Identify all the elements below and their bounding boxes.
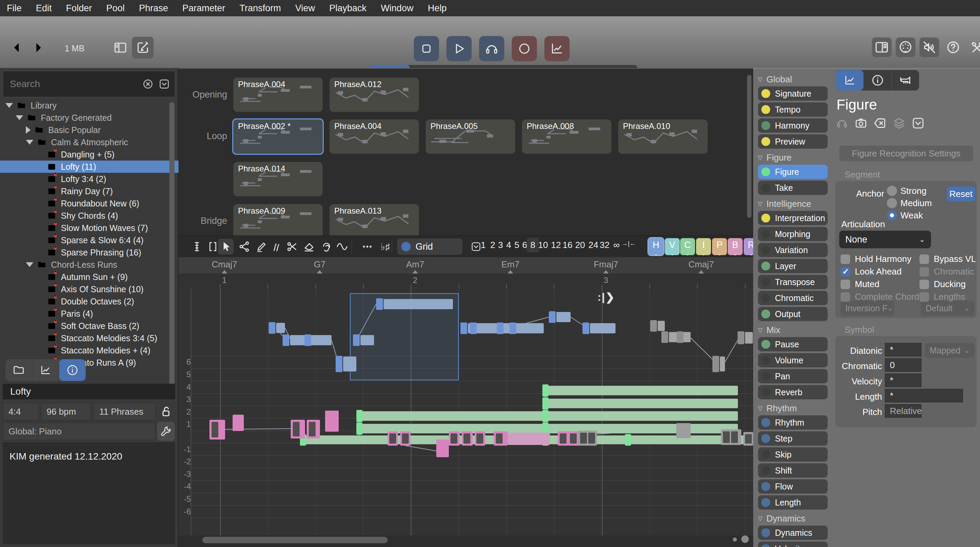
record-button[interactable] [512, 36, 537, 61]
tempo-field[interactable]: 96 bpm [41, 403, 91, 421]
figure-recognition-settings-button[interactable]: Figure Recognition Settings [839, 145, 973, 161]
param-output[interactable]: Output [758, 307, 828, 321]
param-figure[interactable]: Figure [758, 165, 828, 179]
tree-item-roundabout-new-6-[interactable]: Roundabout New (6) [0, 197, 178, 209]
note-pink[interactable] [210, 420, 225, 440]
note-pink[interactable] [232, 415, 244, 431]
sound-field[interactable]: Global: Piano [3, 423, 156, 440]
param-section-intelligence[interactable]: ▽Intelligence [758, 197, 832, 211]
tree-item-soft-octave-bass-2-[interactable]: Soft Octave Bass (2) [0, 320, 178, 332]
param-morphing[interactable]: Morphing [758, 227, 828, 241]
param-velocity[interactable]: Velocity [758, 542, 828, 547]
grid-dropdown[interactable]: Grid [397, 238, 463, 255]
figure-view-tab[interactable] [836, 70, 864, 91]
note-blue-head[interactable] [497, 322, 504, 334]
zoom-dot-large[interactable] [741, 536, 749, 543]
note-gray-head[interactable] [650, 320, 657, 332]
note-blue-head[interactable] [509, 322, 516, 334]
parameter-letter-i[interactable]: I⌄ [696, 238, 711, 255]
checkbox-bypass-vl[interactable] [920, 254, 929, 264]
note-pink[interactable] [325, 411, 339, 432]
note-green-head[interactable] [625, 434, 631, 446]
tree-item-sparse-phrasing-16-[interactable]: Sparse Phrasing (16) [0, 246, 178, 258]
note-gray[interactable] [658, 321, 665, 331]
tree-item-slow-motion-waves-7-[interactable]: Slow Motion Waves (7) [0, 222, 178, 234]
dots-tool[interactable]: ••• [360, 239, 375, 254]
note-blue[interactable] [276, 323, 285, 333]
tools-button[interactable] [967, 37, 980, 57]
layers-icon[interactable] [892, 116, 906, 130]
search-input[interactable] [3, 78, 142, 90]
menu-item-help[interactable]: Help [428, 3, 447, 14]
menu-item-edit[interactable]: Edit [36, 3, 52, 14]
param-signature[interactable]: Signature [758, 86, 828, 101]
info-tab[interactable] [59, 359, 86, 381]
anchor-radio-weak[interactable] [887, 210, 897, 220]
search-options-icon[interactable] [159, 78, 170, 90]
param-dynamics[interactable]: Dynamics [758, 526, 828, 540]
snap-button[interactable]: →|← [620, 240, 638, 247]
note-gray[interactable] [676, 423, 690, 438]
note-blue[interactable] [590, 323, 616, 333]
param-length[interactable]: Length [758, 495, 828, 510]
anchor-radio-medium[interactable] [887, 198, 897, 208]
note-pink[interactable] [494, 431, 508, 446]
note-pink[interactable] [307, 420, 320, 439]
play-button[interactable] [447, 36, 472, 61]
note-blue-head[interactable] [336, 356, 342, 372]
param-flow[interactable]: Flow [758, 479, 828, 494]
multidraw-tool[interactable] [269, 239, 284, 254]
audition-icon[interactable] [835, 116, 849, 130]
accidentals-tool[interactable]: ♭♯ [377, 239, 393, 254]
checkbox-muted[interactable] [841, 280, 850, 289]
division-20[interactable]: 20 [574, 240, 586, 250]
param-rhythm[interactable]: Rhythm [758, 415, 828, 430]
note-green-head[interactable] [356, 410, 363, 422]
param-section-global[interactable]: ▽Global [758, 72, 832, 86]
symbol-field-diatonic[interactable]: * [885, 343, 921, 357]
help-button[interactable] [943, 37, 963, 57]
phrase-card[interactable]: PhraseA.013 [329, 204, 419, 235]
note-green-head[interactable] [542, 410, 549, 422]
note-gray[interactable] [578, 431, 597, 446]
param-skip[interactable]: Skip [758, 447, 828, 462]
tree-item-autumn-sun-9-[interactable]: Autumn Sun + (9) [0, 271, 178, 283]
menu-item-playback[interactable]: Playback [329, 3, 367, 14]
menu-item-window[interactable]: Window [381, 3, 414, 14]
note-blue-head[interactable] [304, 334, 311, 346]
param-shift[interactable]: Shift [758, 463, 828, 478]
param-harmony[interactable]: Harmony [758, 118, 828, 133]
chord-symbol[interactable]: Em7 [501, 259, 519, 270]
zoom-dot-small[interactable] [733, 537, 737, 542]
menu-item-folder[interactable]: Folder [66, 3, 92, 14]
tree-item-factory-generated[interactable]: Factory Generated [0, 112, 178, 124]
chord-symbol[interactable]: Fmaj7 [594, 259, 618, 270]
param-reverb[interactable]: Reverb [758, 385, 828, 399]
note-gray-head[interactable] [661, 331, 668, 343]
unlock-icon[interactable] [159, 404, 173, 418]
signature-field[interactable]: 4:4 [3, 403, 38, 421]
sound-settings-button[interactable] [157, 422, 175, 441]
midi-button[interactable] [896, 37, 915, 57]
tree-item-sparse-slow-6-4-4-[interactable]: Sparse & Slow 6:4 (4) [0, 234, 178, 246]
monitor-button[interactable] [479, 36, 504, 61]
param-section-mix[interactable]: ▽Mix [758, 323, 832, 337]
note-blue[interactable] [383, 299, 453, 309]
note-gray[interactable] [720, 357, 725, 372]
note-gray-head[interactable] [677, 331, 684, 343]
tree-item-lofty-11-[interactable]: Lofty (11) [0, 161, 178, 173]
tree-item-lofty-3-4-2-[interactable]: Lofty 3:4 (2) [0, 173, 178, 185]
note-green-head[interactable] [542, 384, 549, 397]
param-volume[interactable]: Volume [758, 353, 828, 367]
tree-item-axis-of-sunshine-10-[interactable]: Axis Of Sunshine (10) [0, 283, 178, 295]
checkbox-look-ahead[interactable] [841, 267, 850, 277]
nav-back-icon[interactable] [10, 41, 24, 54]
menu-item-file[interactable]: File [7, 3, 22, 14]
chart-tab[interactable] [32, 359, 59, 381]
note-blue-head[interactable] [470, 322, 477, 334]
note-blue-head[interactable] [353, 334, 360, 346]
division-24[interactable]: 24 [587, 240, 600, 250]
note-blue-head[interactable] [549, 311, 556, 323]
param-transpose[interactable]: Transpose [758, 275, 828, 289]
snapshot-icon[interactable] [854, 116, 868, 130]
